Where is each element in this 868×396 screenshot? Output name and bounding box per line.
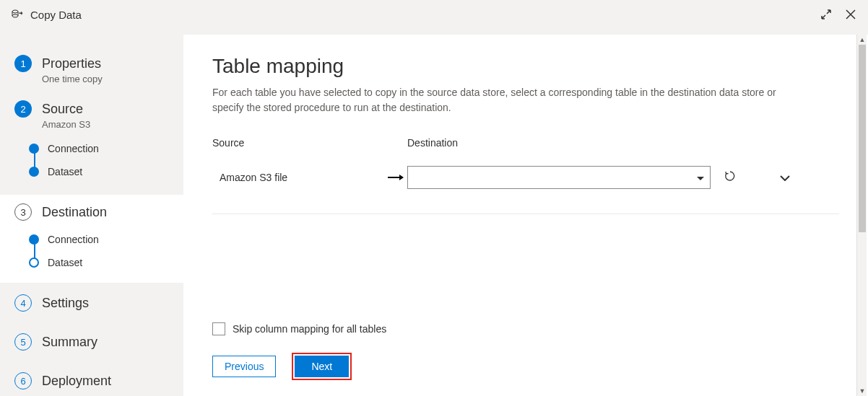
step-number-badge: 5 (14, 333, 32, 351)
arrow-right-icon (386, 174, 407, 181)
page-title: Table mapping (212, 55, 839, 78)
footer-buttons: Previous Next (212, 353, 839, 380)
step-source[interactable]: 2 Source Amazon S3 Connection Dataset (0, 96, 183, 188)
scroll-up-icon[interactable]: ▲ (859, 36, 866, 43)
skip-mapping-label: Skip column mapping for all tables (233, 323, 386, 335)
mapping-header: Source Destination (212, 137, 839, 149)
substep-destination-connection[interactable]: Connection (29, 228, 183, 251)
main-panel: Table mapping For each table you have se… (183, 35, 868, 396)
skip-mapping-row: Skip column mapping for all tables (212, 322, 839, 335)
step-subtitle: One time copy (42, 74, 183, 84)
step-title: Summary (42, 335, 97, 350)
titlebar-left: Copy Data (12, 9, 82, 21)
close-icon[interactable] (845, 9, 856, 20)
step-settings[interactable]: 4 Settings (0, 290, 183, 316)
substep-label: Connection (48, 234, 99, 245)
substeps-source: Connection Dataset (29, 137, 183, 183)
step-subtitle: Amazon S3 (42, 119, 183, 130)
next-button-highlight: Next (292, 353, 352, 380)
chevron-down-icon[interactable] (780, 171, 790, 184)
body: 1 Properties One time copy 2 Source Amaz… (0, 29, 868, 396)
mapping-source-label: Amazon S3 file (212, 172, 386, 183)
step-title: Properties (42, 56, 101, 71)
substep-source-connection[interactable]: Connection (29, 137, 183, 160)
scroll-down-icon[interactable]: ▼ (859, 387, 866, 395)
step-title: Destination (42, 205, 107, 220)
substep-dot-icon (29, 234, 39, 245)
step-number-badge: 3 (14, 203, 32, 221)
step-number-badge: 2 (14, 100, 32, 118)
scroll-thumb[interactable] (859, 45, 866, 232)
step-number-badge: 6 (14, 372, 32, 390)
substep-label: Connection (48, 143, 99, 154)
expand-icon[interactable] (820, 9, 832, 20)
mapping-row: Amazon S3 file (212, 156, 839, 199)
divider (212, 214, 839, 214)
substep-source-dataset[interactable]: Dataset (29, 160, 183, 183)
step-title: Source (42, 102, 83, 117)
chevron-down-icon (697, 171, 704, 184)
refresh-icon[interactable] (724, 170, 737, 185)
step-title: Settings (42, 296, 89, 311)
step-summary[interactable]: 5 Summary (0, 329, 183, 355)
skip-mapping-checkbox[interactable] (212, 322, 225, 335)
substep-dot-icon (29, 144, 39, 154)
wizard-sidebar: 1 Properties One time copy 2 Source Amaz… (0, 29, 183, 396)
window-title: Copy Data (30, 9, 82, 21)
step-destination[interactable]: 3 Destination Connection Dataset (0, 195, 183, 283)
titlebar: Copy Data (0, 0, 868, 29)
step-number-badge: 4 (14, 294, 32, 312)
copy-data-icon (12, 9, 25, 20)
substep-dot-icon (29, 167, 39, 177)
step-properties[interactable]: 1 Properties One time copy (0, 50, 183, 89)
column-header-destination: Destination (407, 137, 839, 149)
destination-dropdown[interactable] (407, 166, 711, 189)
page-description: For each table you have selected to copy… (212, 85, 804, 115)
substeps-destination: Connection Dataset (29, 228, 183, 274)
substep-destination-dataset[interactable]: Dataset (29, 251, 183, 274)
step-number-badge: 1 (14, 55, 32, 72)
next-button[interactable]: Next (295, 356, 349, 377)
step-title: Deployment (42, 374, 111, 389)
svg-point-0 (12, 10, 18, 13)
substep-dot-icon (29, 258, 39, 268)
column-header-source: Source (212, 137, 407, 149)
substep-label: Dataset (48, 166, 82, 177)
substep-label: Dataset (48, 257, 82, 268)
titlebar-controls (820, 9, 856, 20)
svg-point-1 (12, 14, 18, 17)
previous-button[interactable]: Previous (212, 356, 276, 377)
step-deployment[interactable]: 6 Deployment (0, 368, 183, 394)
scrollbar[interactable]: ▲ ▼ (856, 35, 867, 396)
